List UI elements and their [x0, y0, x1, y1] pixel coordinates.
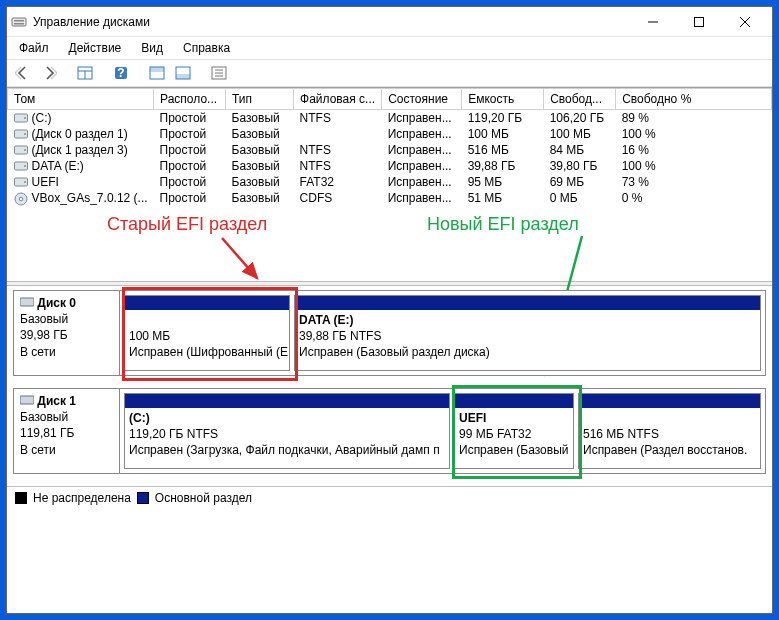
col-layout[interactable]: Располо... — [154, 89, 226, 110]
volume-row[interactable]: VBox_GAs_7.0.12 (...ПростойБазовыйCDFSИс… — [8, 190, 772, 206]
arrow-red-icon — [217, 236, 277, 286]
layout-top-button[interactable] — [145, 62, 169, 84]
disk-row: Диск 1Базовый119,81 ГБВ сети(C:)119,20 Г… — [13, 388, 766, 474]
cell-free: 84 МБ — [544, 142, 616, 158]
partition-stripe — [295, 296, 760, 310]
col-free[interactable]: Свобод... — [544, 89, 616, 110]
disk-state: В сети — [20, 443, 56, 457]
cell-fs: FAT32 — [294, 174, 382, 190]
maximize-button[interactable] — [676, 7, 722, 37]
partition[interactable]: (C:)119,20 ГБ NTFSИсправен (Загрузка, Фа… — [124, 393, 450, 469]
cell-status: Исправен... — [382, 158, 462, 174]
partition-name: (C:) — [129, 411, 150, 425]
disk-state: В сети — [20, 345, 56, 359]
disk-type: Базовый — [20, 312, 68, 326]
annotation-old-efi: Старый EFI раздел — [107, 214, 267, 235]
close-button[interactable] — [722, 7, 768, 37]
svg-line-32 — [222, 238, 257, 278]
partition[interactable]: DATA (E:)39,88 ГБ NTFSИсправен (Базовый … — [294, 295, 761, 371]
volume-row[interactable]: DATA (E:)ПростойБазовыйNTFSИсправен...39… — [8, 158, 772, 174]
disk-header[interactable]: Диск 0Базовый39,98 ГБВ сети — [14, 291, 120, 375]
partition-name: DATA (E:) — [299, 313, 353, 327]
swatch-unallocated — [15, 492, 27, 504]
volume-row[interactable]: UEFIПростойБазовыйFAT32Исправен...95 МБ6… — [8, 174, 772, 190]
partition-stripe — [579, 394, 760, 408]
drive-icon — [14, 112, 28, 124]
col-capacity[interactable]: Емкость — [462, 89, 544, 110]
disk-icon — [20, 295, 34, 305]
volume-name: (C:) — [32, 111, 52, 125]
partition[interactable]: 516 МБ NTFSИсправен (Раздел восстанов. — [578, 393, 761, 469]
partition-size: 99 МБ FAT32 — [459, 427, 531, 441]
help-button[interactable]: ? — [109, 62, 133, 84]
svg-rect-0 — [12, 18, 26, 26]
settings-button[interactable] — [207, 62, 231, 84]
drive-icon — [14, 160, 28, 172]
svg-text:?: ? — [117, 66, 124, 80]
drive-icon — [14, 144, 28, 156]
cell-freepct: 0 % — [616, 190, 772, 206]
col-fs[interactable]: Файловая с... — [294, 89, 382, 110]
view-button[interactable] — [73, 62, 97, 84]
menu-view[interactable]: Вид — [133, 39, 171, 57]
cell-status: Исправен... — [382, 126, 462, 142]
cell-fs: NTFS — [294, 110, 382, 127]
cell-capacity: 95 МБ — [462, 174, 544, 190]
cell-layout: Простой — [154, 174, 226, 190]
disk-label: Диск 0 — [37, 296, 76, 310]
svg-point-31 — [19, 197, 23, 201]
cell-free: 0 МБ — [544, 190, 616, 206]
partition[interactable]: UEFI99 МБ FAT32Исправен (Базовый — [454, 393, 574, 469]
partition-stripe — [125, 394, 449, 408]
cell-layout: Простой — [154, 110, 226, 127]
svg-point-29 — [24, 181, 26, 183]
svg-rect-4 — [695, 17, 704, 26]
disk-size: 39,98 ГБ — [20, 328, 68, 342]
menu-help[interactable]: Справка — [175, 39, 238, 57]
disk-icon — [20, 393, 34, 403]
svg-point-27 — [24, 165, 26, 167]
toolbar: ? — [7, 59, 772, 87]
svg-rect-13 — [150, 67, 164, 72]
disk-row: Диск 0Базовый39,98 ГБВ сети100 МБИсправе… — [13, 290, 766, 376]
disk-header[interactable]: Диск 1Базовый119,81 ГБВ сети — [14, 389, 120, 473]
cell-layout: Простой — [154, 190, 226, 206]
cell-status: Исправен... — [382, 110, 462, 127]
cell-fs — [294, 126, 382, 142]
partition-size: 516 МБ NTFS — [583, 427, 659, 441]
col-volume[interactable]: Том — [8, 89, 154, 110]
menu-file[interactable]: Файл — [11, 39, 57, 57]
back-button[interactable] — [11, 62, 35, 84]
volume-row[interactable]: (C:)ПростойБазовыйNTFSИсправен...119,20 … — [8, 110, 772, 127]
col-status[interactable]: Состояние — [382, 89, 462, 110]
partition-status: Исправен (Раздел восстанов. — [583, 443, 747, 457]
minimize-button[interactable] — [630, 7, 676, 37]
col-type[interactable]: Тип — [226, 89, 294, 110]
cell-free: 39,80 ГБ — [544, 158, 616, 174]
app-icon — [11, 14, 27, 30]
volume-row[interactable]: (Диск 0 раздел 1)ПростойБазовыйИсправен.… — [8, 126, 772, 142]
layout-bottom-button[interactable] — [171, 62, 195, 84]
cell-free: 100 МБ — [544, 126, 616, 142]
svg-point-23 — [24, 133, 26, 135]
volume-row[interactable]: (Диск 1 раздел 3)ПростойБазовыйNTFSИспра… — [8, 142, 772, 158]
partition-status: Исправен (Базовый — [459, 443, 569, 457]
svg-rect-35 — [20, 396, 34, 404]
cell-freepct: 100 % — [616, 158, 772, 174]
titlebar[interactable]: Управление дисками — [7, 7, 772, 37]
partition-size: 100 МБ — [129, 329, 170, 343]
forward-button[interactable] — [37, 62, 61, 84]
disk-graphical-view: Диск 0Базовый39,98 ГБВ сети100 МБИсправе… — [7, 286, 772, 486]
annotation-area: Старый EFI раздел Новый EFI раздел — [7, 206, 772, 281]
volume-list[interactable]: Том Располо... Тип Файловая с... Состоян… — [7, 87, 772, 206]
disk-label: Диск 1 — [37, 394, 76, 408]
annotation-new-efi: Новый EFI раздел — [427, 214, 579, 235]
col-freepct[interactable]: Свободно % — [616, 89, 772, 110]
drive-icon — [14, 176, 28, 188]
menu-action[interactable]: Действие — [61, 39, 130, 57]
cell-type: Базовый — [226, 126, 294, 142]
drive-icon — [14, 128, 28, 140]
partition[interactable]: 100 МБИсправен (Шифрованный (E — [124, 295, 290, 371]
cell-capacity: 39,88 ГБ — [462, 158, 544, 174]
legend: Не распределена Основной раздел — [7, 486, 772, 509]
